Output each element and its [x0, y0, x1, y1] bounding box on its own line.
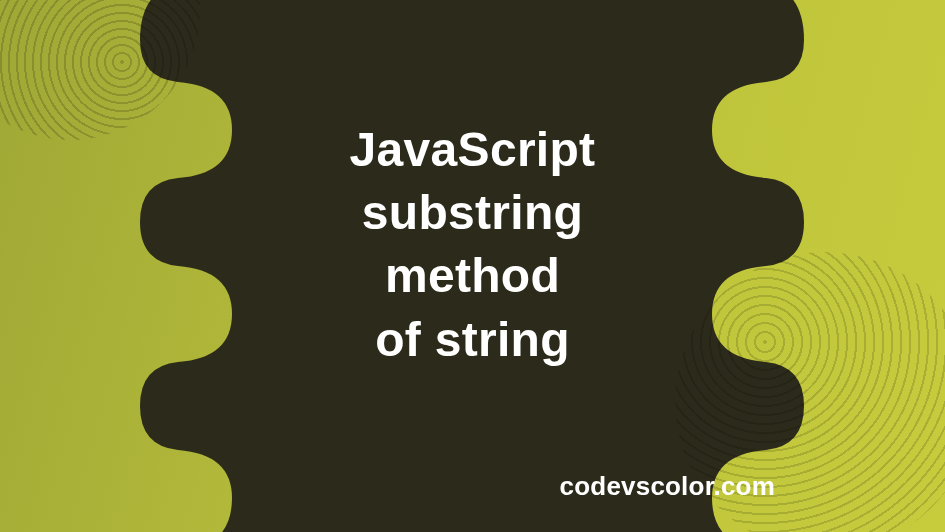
site-watermark: codevscolor.com [560, 471, 775, 502]
headline-text: JavaScript substring method of string [350, 118, 596, 371]
title-card: JavaScript substring method of string co… [0, 0, 945, 532]
